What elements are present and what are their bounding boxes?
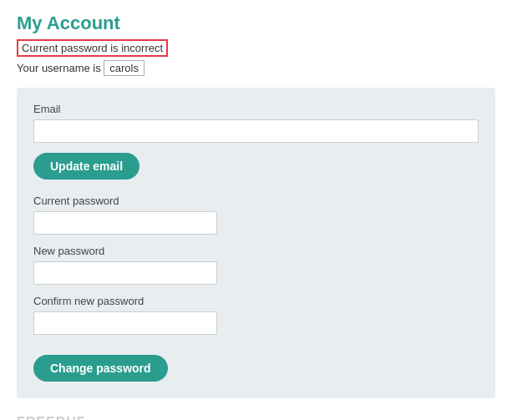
- change-password-button[interactable]: Change password: [33, 355, 168, 382]
- current-password-group: Current password: [33, 195, 479, 235]
- confirm-password-input[interactable]: [33, 311, 217, 335]
- current-password-input[interactable]: [33, 211, 217, 235]
- email-input[interactable]: [33, 119, 479, 143]
- watermark: FREEBUF: [17, 415, 495, 420]
- username-line: Your username is carols: [17, 60, 495, 76]
- username-value: carols: [104, 60, 144, 76]
- confirm-password-label: Confirm new password: [33, 295, 479, 307]
- email-label: Email: [33, 103, 479, 115]
- username-label: Your username is: [17, 62, 101, 74]
- password-section: Current password New password Confirm ne…: [33, 195, 479, 382]
- current-password-label: Current password: [33, 195, 479, 207]
- new-password-input[interactable]: [33, 261, 217, 285]
- new-password-group: New password: [33, 245, 479, 285]
- new-password-label: New password: [33, 245, 479, 257]
- account-panel: Email Update email Current password New …: [17, 88, 495, 398]
- confirm-password-group: Confirm new password: [33, 295, 479, 335]
- email-section: Email Update email: [33, 103, 479, 180]
- page-title: My Account: [17, 13, 495, 34]
- error-message: Current password is incorrect: [17, 39, 168, 57]
- update-email-button[interactable]: Update email: [33, 153, 139, 180]
